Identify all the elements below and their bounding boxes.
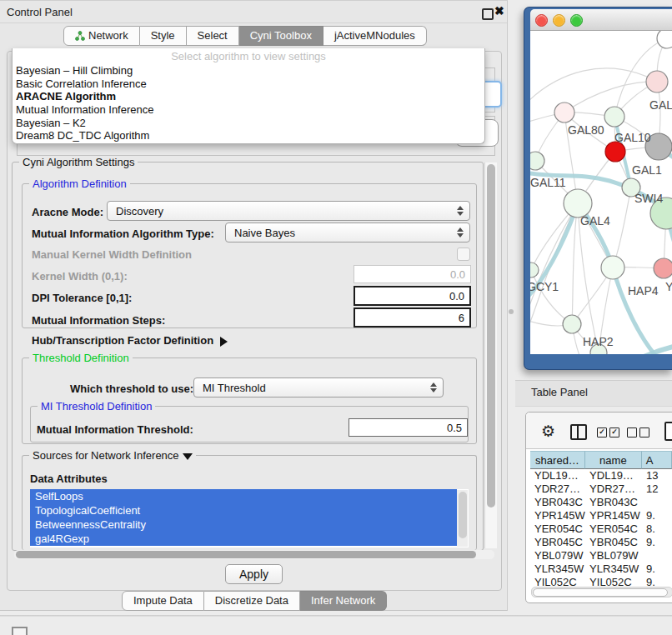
- node-gal11[interactable]: [530, 152, 544, 170]
- algorithm-option[interactable]: Bayesian – Hill Climbing: [13, 64, 484, 78]
- mi-type-label: Mutual Information Algorithm Type:: [32, 228, 214, 240]
- list-item[interactable]: TopologicalCoefficient: [30, 503, 457, 518]
- close-traffic-light[interactable]: [535, 14, 548, 27]
- node-gal1[interactable]: [605, 142, 625, 162]
- mi-threshold-label: Mutual Information Threshold:: [37, 423, 193, 436]
- export-table-icon[interactable]: [664, 422, 672, 441]
- stepper-arrows-icon: [430, 382, 437, 392]
- node-salmon[interactable]: [654, 258, 672, 278]
- tab-infer-network[interactable]: Infer Network: [300, 591, 387, 611]
- manual-kernel-checkbox[interactable]: [457, 248, 470, 261]
- node-gal80[interactable]: [554, 102, 574, 122]
- mi-steps-input[interactable]: [354, 308, 471, 328]
- table-row[interactable]: YIL052CYIL052C9.: [530, 576, 672, 586]
- algorithm-option[interactable]: Dream8 DC_TDC Algorithm: [13, 129, 484, 142]
- table-row[interactable]: YLR345WYLR345W9.: [530, 562, 672, 576]
- table-panel-title: Table Panel: [531, 386, 588, 398]
- data-attributes-label: Data Attributes: [30, 472, 108, 485]
- expand-right-icon: [220, 337, 228, 347]
- tab-select[interactable]: Select: [187, 26, 239, 46]
- node-gal10[interactable]: [604, 107, 624, 127]
- table-header: shared… name A: [530, 451, 672, 469]
- node-label: GAL80: [568, 123, 604, 137]
- tab-network-label: Network: [88, 27, 128, 45]
- mi-threshold-input[interactable]: [349, 418, 468, 437]
- settings-horizontal-scrollbar[interactable]: [14, 550, 494, 559]
- node-label: SWI4: [634, 192, 663, 205]
- algorithm-dropdown-popup: Select algorithm to view settings Bayesi…: [12, 48, 485, 144]
- list-item[interactable]: BetweennessCentrality: [30, 518, 457, 532]
- minimized-panel-icon[interactable]: [12, 627, 28, 635]
- table-body: YDL19…YDL19…13 YDR27…YDR27…12 YBR043CYBR…: [530, 469, 672, 586]
- select-all-checkboxes-icon[interactable]: ✓✓: [597, 428, 619, 438]
- sources-legend[interactable]: Sources for Network Inference: [29, 449, 196, 462]
- list-scrollbar[interactable]: [457, 490, 468, 547]
- table-row[interactable]: YER054CYER054C8.: [530, 522, 672, 536]
- deselect-all-checkboxes-icon[interactable]: [627, 428, 649, 438]
- tab-jactivemnodules[interactable]: jActiveMNodules: [323, 26, 427, 46]
- aracne-mode-label: Aracne Mode:: [32, 206, 103, 218]
- aracne-mode-select[interactable]: Discovery: [107, 201, 470, 221]
- algorithm-option-aracne[interactable]: ARACNE Algorithm: [13, 90, 484, 103]
- hub-definition-toggle[interactable]: Hub/Transcription Factor Definition: [32, 334, 228, 347]
- kernel-width-input[interactable]: [354, 265, 471, 283]
- table-row[interactable]: YBR045CYBR045C9.: [530, 536, 672, 549]
- stepper-arrows-icon: [457, 206, 464, 216]
- node-label: GAL4: [580, 214, 610, 228]
- column-header[interactable]: shared…: [530, 451, 585, 469]
- kernel-width-label: Kernel Width (0,1):: [32, 270, 128, 282]
- mi-type-select[interactable]: Naive Bayes: [225, 222, 470, 242]
- tab-network[interactable]: Network: [63, 26, 140, 46]
- close-icon[interactable]: ✖: [494, 4, 504, 18]
- network-canvas[interactable]: GAL GAL80 GAL10 GAL1 GAL11 SWI4 GAL4 GCY…: [530, 31, 672, 354]
- network-window-titlebar[interactable]: [530, 9, 672, 31]
- algorithm-option[interactable]: Bayesian – K2: [13, 117, 484, 130]
- column-header[interactable]: name: [585, 451, 642, 469]
- node-label: Y: [665, 280, 672, 293]
- manual-kernel-label: Manual Kernel Width Definition: [32, 248, 192, 261]
- algorithm-option[interactable]: Mutual Information Inference: [13, 103, 484, 117]
- node-gcy1[interactable]: [530, 262, 539, 278]
- settings-vertical-scrollbar[interactable]: [484, 162, 497, 548]
- tab-discretize-data[interactable]: Discretize Data: [204, 591, 300, 611]
- column-header[interactable]: A: [642, 451, 672, 469]
- table-row[interactable]: YDL19…YDL19…13: [530, 469, 672, 482]
- algorithm-option[interactable]: Basic Correlation Inference: [13, 78, 484, 91]
- splitter-grip[interactable]: [509, 309, 514, 314]
- dpi-tolerance-input[interactable]: [354, 286, 471, 306]
- zoom-traffic-light[interactable]: [570, 14, 583, 27]
- node-hap2[interactable]: [563, 315, 581, 333]
- node-label: GAL: [649, 98, 672, 112]
- tab-cyni-toolbox[interactable]: Cyni Toolbox: [239, 26, 323, 46]
- control-panel-tabs: Network Style Select Cyni Toolbox jActiv…: [63, 26, 427, 44]
- table-horizontal-scrollbar[interactable]: [531, 587, 672, 598]
- cyni-bottom-tabs: Impute Data Discretize Data Infer Networ…: [122, 591, 387, 609]
- mi-threshold-legend: MI Threshold Definition: [38, 400, 155, 412]
- float-window-icon[interactable]: [482, 8, 494, 20]
- tab-impute-data[interactable]: Impute Data: [122, 591, 204, 611]
- node-label: GAL10: [614, 131, 651, 144]
- node-hap4[interactable]: [601, 256, 624, 279]
- which-threshold-select[interactable]: MI Threshold: [193, 378, 444, 398]
- control-panel-window: Control Panel ✖ Network Style Select Cyn…: [0, 0, 508, 611]
- minimize-traffic-light[interactable]: [553, 14, 565, 27]
- columns-icon[interactable]: [570, 424, 587, 440]
- cyni-settings-legend: Cyni Algorithm Settings: [19, 156, 138, 168]
- control-panel-title: Control Panel: [7, 6, 73, 18]
- node-pink[interactable]: [646, 71, 668, 92]
- node-label: HAP2: [583, 335, 614, 348]
- list-item[interactable]: gal4RGexp: [30, 532, 457, 546]
- table-row[interactable]: YBL079WYBL079W: [530, 549, 672, 562]
- table-row[interactable]: YDR27…YDR27…12: [530, 482, 672, 496]
- table-row[interactable]: YPR145WYPR145W9.: [530, 509, 672, 522]
- list-item[interactable]: SelfLoops: [30, 489, 457, 503]
- node-unlabeled[interactable]: [657, 31, 672, 48]
- tab-style[interactable]: Style: [140, 26, 187, 46]
- gear-icon[interactable]: ⚙: [541, 422, 555, 441]
- which-threshold-label: Which threshold to use:: [70, 382, 193, 395]
- data-attributes-list: SelfLoops TopologicalCoefficient Between…: [30, 489, 469, 548]
- table-row[interactable]: YBR043CYBR043C: [530, 496, 672, 509]
- node-gal4[interactable]: [564, 189, 592, 218]
- algorithm-definition-legend: Algorithm Definition: [29, 178, 130, 190]
- apply-button[interactable]: Apply: [225, 564, 283, 584]
